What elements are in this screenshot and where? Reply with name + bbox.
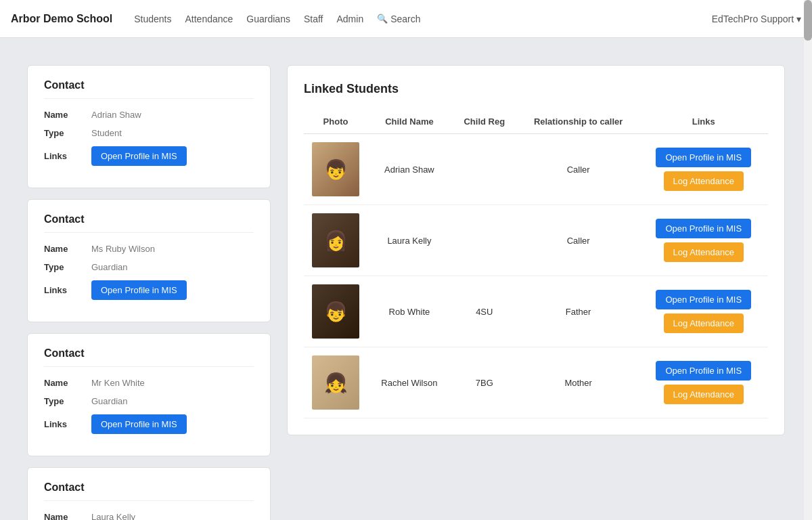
contact-links-row-1: Links Open Profile in MIS (44, 146, 254, 166)
photo-cell: 👧 (304, 347, 367, 418)
child-reg-cell (451, 134, 518, 205)
name-value-4: Laura Kelly (91, 512, 135, 520)
log-attendance-button-row-0[interactable]: Log Attendance (664, 171, 744, 191)
open-profile-button-row-1[interactable]: Open Profile in MIS (656, 219, 751, 238)
contact-links-row-3: Links Open Profile in MIS (44, 414, 254, 434)
photo-cell: 👦 (304, 134, 367, 205)
type-label-3: Type (44, 396, 91, 406)
open-profile-button-row-3[interactable]: Open Profile in MIS (656, 361, 751, 381)
col-child-name: Child Name (367, 110, 451, 134)
links-cell: Open Profile in MIS Log Attendance (639, 347, 768, 418)
contact-name-row-1: Name Adrian Shaw (44, 110, 254, 120)
child-name-cell: Rachel Wilson (367, 347, 451, 418)
scrollbar[interactable] (804, 0, 812, 520)
nav-staff[interactable]: Staff (304, 11, 323, 27)
name-label-2: Name (44, 244, 91, 254)
photo-cell: 👦 (304, 276, 367, 347)
links-cell: Open Profile in MIS Log Attendance (639, 134, 768, 205)
open-profile-button-row-2[interactable]: Open Profile in MIS (656, 290, 751, 309)
name-value-3: Mr Ken White (91, 378, 145, 388)
linked-students-title: Linked Students (304, 82, 768, 96)
linked-students-panel: Linked Students Photo Child Name Child R… (287, 65, 785, 435)
right-column: Linked Students Photo Child Name Child R… (287, 65, 785, 520)
contact-name-row-2: Name Ms Ruby Wilson (44, 244, 254, 254)
scrollbar-thumb[interactable] (804, 0, 812, 41)
contact-card-3: Contact Name Mr Ken White Type Guardian … (27, 333, 271, 456)
links-buttons: Open Profile in MIS Log Attendance (648, 148, 760, 191)
links-buttons: Open Profile in MIS Log Attendance (648, 361, 760, 404)
contact-name-row-4: Name Laura Kelly (44, 512, 254, 520)
col-child-reg: Child Reg (451, 110, 518, 134)
table-row: 👧 Rachel Wilson 7BG Mother Open Profile … (304, 347, 768, 418)
name-label-4: Name (44, 512, 91, 520)
table-row: 👦 Adrian Shaw Caller Open Profile in MIS… (304, 134, 768, 205)
open-profile-button-1[interactable]: Open Profile in MIS (91, 146, 187, 166)
nav-links: Students Attendance Guardians Staff Admi… (134, 11, 695, 27)
col-photo: Photo (304, 110, 367, 134)
type-value-2: Guardian (91, 262, 127, 272)
open-profile-button-row-0[interactable]: Open Profile in MIS (656, 148, 751, 167)
name-label-3: Name (44, 378, 91, 388)
table-row: 👩 Laura Kelly Caller Open Profile in MIS… (304, 205, 768, 276)
log-attendance-button-row-1[interactable]: Log Attendance (664, 242, 744, 262)
nav-user[interactable]: EdTechPro Support ▾ (712, 14, 801, 24)
main-content: Contact Name Adrian Shaw Type Student Li… (0, 38, 812, 520)
open-profile-button-2[interactable]: Open Profile in MIS (91, 280, 187, 300)
photo-cell: 👩 (304, 205, 367, 276)
type-value-1: Student (91, 128, 122, 138)
contact-heading-2: Contact (44, 213, 254, 233)
student-avatar: 👧 (312, 355, 359, 410)
child-reg-cell (451, 205, 518, 276)
contact-heading-3: Contact (44, 347, 254, 367)
nav-search[interactable]: 🔍 Search (377, 11, 420, 27)
relationship-cell: Caller (518, 205, 639, 276)
contact-type-row-1: Type Student (44, 128, 254, 138)
student-avatar: 👩 (312, 213, 359, 267)
links-cell: Open Profile in MIS Log Attendance (639, 205, 768, 276)
contact-type-row-2: Type Guardian (44, 262, 254, 272)
relationship-cell: Mother (518, 347, 639, 418)
open-profile-button-3[interactable]: Open Profile in MIS (91, 414, 187, 434)
type-value-3: Guardian (91, 396, 127, 406)
child-name-cell: Rob White (367, 276, 451, 347)
child-reg-cell: 4SU (451, 276, 518, 347)
nav-admin[interactable]: Admin (336, 11, 363, 27)
name-value-1: Adrian Shaw (91, 110, 141, 120)
links-label-2: Links (44, 285, 91, 295)
log-attendance-button-row-2[interactable]: Log Attendance (664, 313, 744, 333)
links-label-3: Links (44, 419, 91, 429)
relationship-cell: Caller (518, 134, 639, 205)
contact-name-row-3: Name Mr Ken White (44, 378, 254, 388)
child-name-cell: Laura Kelly (367, 205, 451, 276)
brand-logo: Arbor Demo School (11, 13, 112, 25)
child-name-cell: Adrian Shaw (367, 134, 451, 205)
child-reg-cell: 7BG (451, 347, 518, 418)
col-links: Links (639, 110, 768, 134)
contact-type-row-3: Type Guardian (44, 396, 254, 406)
links-cell: Open Profile in MIS Log Attendance (639, 276, 768, 347)
type-label-2: Type (44, 262, 91, 272)
type-label-1: Type (44, 128, 91, 138)
nav-students[interactable]: Students (134, 11, 171, 27)
log-attendance-button-row-3[interactable]: Log Attendance (664, 385, 744, 404)
links-buttons: Open Profile in MIS Log Attendance (648, 219, 760, 262)
table-row: 👦 Rob White 4SU Father Open Profile in M… (304, 276, 768, 347)
left-column: Contact Name Adrian Shaw Type Student Li… (27, 65, 271, 520)
contact-links-row-2: Links Open Profile in MIS (44, 280, 254, 300)
contact-heading-4: Contact (44, 481, 254, 501)
links-label-1: Links (44, 151, 91, 161)
search-icon: 🔍 (377, 14, 388, 24)
contact-heading-1: Contact (44, 79, 254, 99)
name-label-1: Name (44, 110, 91, 120)
student-avatar: 👦 (312, 284, 359, 339)
nav-attendance[interactable]: Attendance (185, 11, 233, 27)
contact-card-4: Contact Name Laura Kelly (27, 467, 271, 520)
links-buttons: Open Profile in MIS Log Attendance (648, 290, 760, 333)
nav-guardians[interactable]: Guardians (246, 11, 290, 27)
name-value-2: Ms Ruby Wilson (91, 244, 155, 254)
relationship-cell: Father (518, 276, 639, 347)
linked-students-table: Photo Child Name Child Reg Relationship … (304, 110, 768, 418)
contact-card-1: Contact Name Adrian Shaw Type Student Li… (27, 65, 271, 188)
search-label: Search (390, 14, 420, 24)
student-avatar: 👦 (312, 142, 359, 196)
